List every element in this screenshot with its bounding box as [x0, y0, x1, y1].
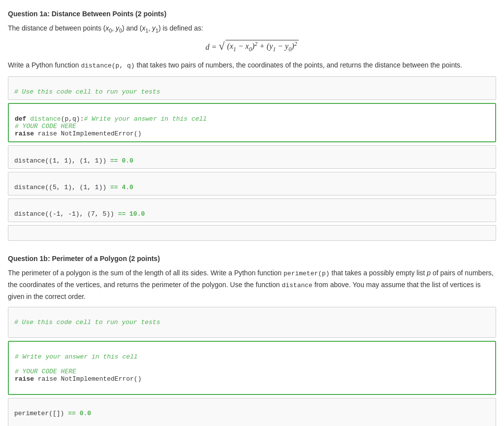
- q1b-raise-error: raise NotImplementedError(): [38, 375, 142, 383]
- q1a-test2-result: 4.0: [122, 184, 133, 191]
- q1a-answer-cell[interactable]: def distance(p,q):# Write your answer in…: [8, 103, 496, 142]
- q1b-test-comment-text: # Use this code cell to run your tests: [14, 319, 160, 326]
- q1b-title-text: Question 1b: Perimeter of a Polygon (2 p…: [8, 255, 160, 262]
- q1b-test1-cell[interactable]: perimeter([]) == 0.0: [8, 398, 496, 426]
- q1a-description: The distance d between points (x0, y0) a…: [8, 23, 496, 35]
- q1a-code-comment: # YOUR CODE HERE: [15, 123, 76, 130]
- d-variable: d: [49, 24, 53, 32]
- q1b-description: The perimeter of a polygon is the sum of…: [8, 267, 496, 302]
- q1b-answer-comment: # Write your answer in this cell: [15, 353, 138, 360]
- fn-signature-inline: distance(p, q): [81, 62, 134, 69]
- q1a-test-comment-cell[interactable]: # Use this code cell to run your tests: [8, 76, 496, 100]
- q1b-test1-space: [76, 410, 80, 417]
- q1a-test3-space: [126, 210, 129, 218]
- q1a-empty-cell[interactable]: [8, 225, 496, 241]
- q1b-title: Question 1b: Perimeter of a Polygon (2 p…: [8, 255, 496, 262]
- q1a-title: Question 1a: Distance Between Points (2 …: [8, 10, 496, 18]
- q1b-raise-keyword: raise: [15, 375, 38, 383]
- q1b-code-comment: # YOUR CODE HERE: [15, 368, 76, 375]
- q1a-test2-equal: ==: [110, 184, 118, 191]
- q1b-test1-equal: ==: [68, 410, 76, 417]
- q1a-test2-code: distance((5, 1), (1, 1)): [14, 184, 110, 191]
- q1b-test1-result: 0.0: [80, 410, 91, 417]
- q1b-test1-code: perimeter([]): [14, 410, 68, 417]
- q1a-write-prompt: Write a Python function distance(p, q) t…: [8, 60, 496, 71]
- q1b-section: Question 1b: Perimeter of a Polygon (2 p…: [8, 255, 496, 426]
- q1a-test-comment-text: # Use this code cell to run your tests: [14, 88, 160, 96]
- q1a-test1-cell[interactable]: distance((1, 1), (1, 1)) == 0.0: [8, 145, 496, 169]
- q1a-test3-cell[interactable]: distance((-1, -1), (7, 5)) == 10.0: [8, 198, 496, 222]
- q1b-answer-cell[interactable]: # Write your answer in this cell # YOUR …: [8, 341, 496, 395]
- q1b-test-comment-cell[interactable]: # Use this code cell to run your tests: [8, 307, 496, 338]
- q1b-distance-ref: distance: [282, 282, 312, 289]
- q1a-test1-equal: ==: [110, 157, 118, 164]
- q1a-test3-result: 10.0: [129, 210, 145, 218]
- q1a-test1-result: 0.0: [122, 157, 133, 164]
- def-keyword: def: [15, 115, 30, 123]
- raise-keyword: raise: [15, 130, 38, 137]
- q1a-fn-name: distance: [30, 115, 61, 123]
- q1a-answer-comment: # Write your answer in this cell: [84, 115, 207, 123]
- q1a-title-text: Question 1a: Distance Between Points (2 …: [8, 10, 166, 18]
- q1a-test3-equal: ==: [118, 210, 126, 218]
- q1a-test2-cell[interactable]: distance((5, 1), (1, 1)) == 4.0: [8, 172, 496, 196]
- q1a-test3-code: distance((-1, -1), (7, 5)): [14, 210, 118, 218]
- q1a-fn-params: (p,q):: [61, 115, 84, 123]
- distance-formula: d = √ (x1 − x0)2 + (y1 − y0)2: [8, 40, 496, 53]
- q1b-fn-inline: perimeter(p): [284, 270, 330, 277]
- q1a-raise-error: raise NotImplementedError(): [38, 130, 142, 137]
- q1a-test1-code: distance((1, 1), (1, 1)): [14, 157, 110, 164]
